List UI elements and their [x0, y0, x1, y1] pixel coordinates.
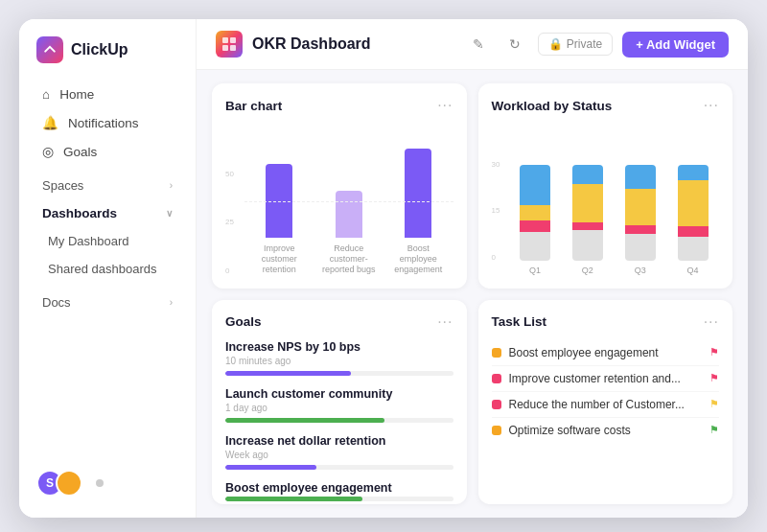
- private-label: Private: [567, 37, 602, 51]
- sidebar-item-label: My Dashboard: [48, 234, 129, 248]
- seg-gray: [678, 237, 709, 261]
- workload-q3-label: Q3: [635, 266, 646, 275]
- sidebar: ClickUp ⌂ Home 🔔 Notifications ◎ Goals S…: [19, 19, 197, 518]
- bar-group-2: Boost employee engagement: [389, 149, 447, 274]
- widget-title: Goals: [225, 314, 262, 329]
- dashboard-icon: [216, 31, 243, 58]
- bar-chart-area: 50 25 0 Improve customer retention: [225, 124, 453, 275]
- seg-gray: [625, 234, 656, 261]
- dashboard-grid: Bar chart ··· 50 25 0: [197, 70, 748, 518]
- bar-chart-widget: Bar chart ··· 50 25 0: [212, 83, 467, 289]
- sidebar-item-spaces[interactable]: Spaces ›: [25, 172, 190, 199]
- workload-bar-q2: Q2: [572, 165, 603, 275]
- workload-q1-label: Q1: [529, 266, 541, 275]
- y-label-zero: 0: [225, 266, 234, 275]
- avatar-dot: [96, 479, 104, 487]
- task-item-1: Improve customer retention and... ⚑: [492, 366, 720, 392]
- add-widget-button[interactable]: + Add Widget: [622, 32, 729, 58]
- seg-blue: [678, 165, 709, 180]
- logo-text: ClickUp: [71, 41, 128, 58]
- bell-icon: 🔔: [42, 115, 58, 130]
- workload-bar-q4: Q4: [678, 165, 709, 275]
- seg-blue: [520, 165, 550, 205]
- seg-gray: [572, 230, 603, 261]
- bar-2: [405, 149, 431, 238]
- widget-title: Workload by Status: [492, 99, 613, 113]
- goal-time: 10 minutes ago: [225, 356, 453, 366]
- svg-rect-2: [222, 45, 228, 51]
- bar-label-1: Reduce customer-reported bugs: [320, 243, 378, 274]
- task-text: Boost employee engagement: [509, 346, 703, 359]
- goals-list: Increase NPS by 10 bps 10 minutes ago La…: [225, 340, 453, 505]
- widget-header: Bar chart ···: [225, 97, 453, 114]
- task-flag-icon: ⚑: [709, 424, 719, 436]
- logo-area: ClickUp: [19, 36, 196, 81]
- goal-progress-bg: [225, 465, 453, 470]
- task-item-3: Optimize software costs ⚑: [492, 418, 720, 443]
- edit-button[interactable]: ✎: [465, 31, 492, 58]
- widget-menu-button[interactable]: ···: [704, 97, 719, 114]
- task-dot: [492, 374, 501, 383]
- widget-menu-button[interactable]: ···: [437, 313, 453, 331]
- workload-bar-q1: Q1: [520, 165, 550, 275]
- workload-y-max: 30: [492, 160, 500, 169]
- goal-item-0: Increase NPS by 10 bps 10 minutes ago: [225, 340, 453, 376]
- sidebar-item-label: Notifications: [68, 116, 139, 130]
- stacked-bar-q1: [520, 165, 550, 261]
- seg-gray: [520, 232, 550, 261]
- sidebar-item-shared-dashboards[interactable]: Shared dashboards: [25, 255, 190, 283]
- chevron-right-icon: ›: [170, 180, 173, 191]
- y-label-mid: 25: [225, 218, 234, 226]
- private-badge[interactable]: 🔒 Private: [538, 33, 613, 56]
- task-flag-icon: ⚑: [709, 346, 719, 359]
- refresh-button[interactable]: ↻: [501, 31, 528, 58]
- sidebar-item-home[interactable]: ⌂ Home: [25, 81, 190, 108]
- sidebar-item-docs[interactable]: Docs ›: [25, 289, 190, 316]
- task-text: Improve customer retention and...: [509, 372, 703, 385]
- workload-y-mid: 15: [492, 206, 500, 215]
- seg-red: [678, 226, 709, 237]
- y-label-max: 50: [225, 170, 234, 178]
- seg-red: [572, 222, 603, 230]
- goal-name: Increase NPS by 10 bps: [225, 340, 453, 354]
- goals-widget: Goals ··· Increase NPS by 10 bps 10 minu…: [212, 300, 467, 505]
- widget-menu-button[interactable]: ···: [437, 97, 453, 114]
- spaces-label: Spaces: [42, 178, 83, 193]
- workload-y-zero: 0: [492, 253, 500, 262]
- seg-yellow: [520, 205, 550, 220]
- widget-header: Task List ···: [492, 313, 720, 331]
- sidebar-item-my-dashboard[interactable]: My Dashboard: [25, 227, 190, 255]
- sidebar-footer: S: [19, 460, 196, 506]
- bar-group-0: Improve customer retention: [250, 164, 308, 274]
- task-list: Boost employee engagement ⚑ Improve cust…: [492, 340, 720, 443]
- widget-title: Bar chart: [225, 99, 282, 113]
- widget-menu-button[interactable]: ···: [704, 313, 719, 331]
- stacked-bar-q3: [625, 165, 656, 261]
- goal-progress-bg: [225, 418, 453, 423]
- task-flag-icon: ⚑: [709, 398, 719, 410]
- goal-time: 1 day ago: [225, 403, 453, 413]
- workload-chart-area: 30 15 0 Q1: [492, 124, 720, 275]
- goal-name: Boost employee engagement: [225, 481, 453, 495]
- task-dot: [492, 426, 501, 435]
- docs-label: Docs: [42, 295, 71, 310]
- task-dot: [492, 348, 501, 358]
- task-item-2: Reduce the number of Customer... ⚑: [492, 392, 720, 418]
- task-list-widget: Task List ··· Boost employee engagement …: [478, 300, 733, 505]
- goal-progress-fill: [225, 371, 351, 376]
- goal-item-1: Launch customer community 1 day ago: [225, 387, 453, 423]
- widget-title: Task List: [492, 314, 547, 329]
- sidebar-item-notifications[interactable]: 🔔 Notifications: [25, 108, 190, 137]
- goal-time: Week ago: [225, 450, 453, 460]
- goal-progress-fill: [225, 418, 384, 423]
- task-flag-icon: ⚑: [709, 372, 719, 384]
- sidebar-item-dashboards[interactable]: Dashboards ∨: [25, 199, 190, 227]
- bar-label-0: Improve customer retention: [250, 243, 308, 274]
- topbar: OKR Dashboard ✎ ↻ 🔒 Private + Add Widget: [197, 19, 748, 70]
- chevron-down-icon: ∨: [166, 208, 173, 219]
- task-text: Optimize software costs: [509, 424, 703, 437]
- avatar-2: [56, 470, 82, 497]
- page-title: OKR Dashboard: [252, 35, 455, 53]
- sidebar-item-goals[interactable]: ◎ Goals: [25, 137, 190, 166]
- workload-q4-label: Q4: [687, 266, 699, 275]
